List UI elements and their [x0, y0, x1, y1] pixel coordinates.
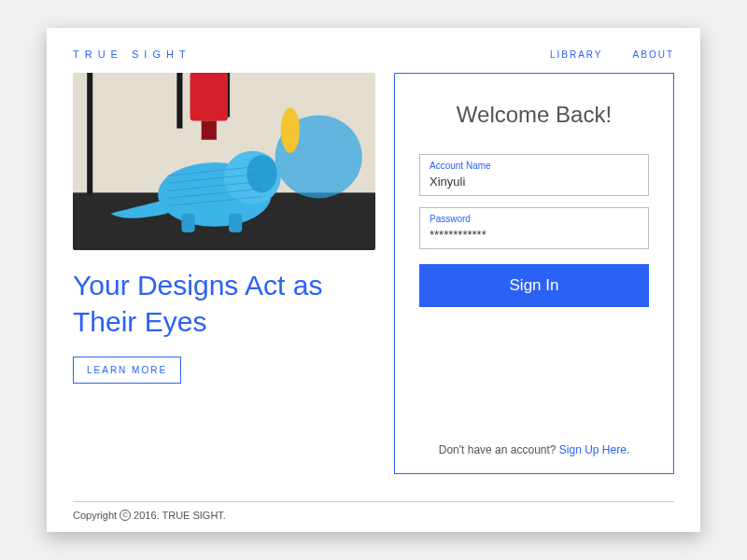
login-section: Welcome Back! Account Name Password Sign… [394, 73, 674, 488]
signup-link[interactable]: Sign Up Here [559, 443, 627, 456]
svg-rect-12 [181, 214, 194, 232]
account-field-wrapper[interactable]: Account Name [419, 154, 649, 196]
svg-rect-13 [229, 214, 242, 232]
hero-section: Your Designs Act as Their Eyes LEARN MOR… [73, 73, 375, 488]
login-box: Welcome Back! Account Name Password Sign… [394, 73, 674, 474]
signup-row: Don't have an account? Sign Up Here. [439, 443, 629, 456]
svg-point-8 [281, 107, 300, 153]
header: TRUE SIGHT LIBRARY ABOUT [73, 49, 674, 60]
hero-headline: Your Designs Act as Their Eyes [73, 267, 375, 340]
no-account-text: Don't have an account? [439, 443, 559, 456]
account-label: Account Name [430, 161, 639, 171]
learn-more-button[interactable]: LEARN MORE [73, 357, 181, 384]
svg-rect-5 [190, 73, 229, 120]
signup-period: . [627, 443, 629, 456]
copyright-icon: C [120, 510, 131, 521]
nav: LIBRARY ABOUT [550, 49, 674, 60]
brand-logo: TRUE SIGHT [73, 49, 191, 60]
copyright-post: 2016. TRUE SIGHT. [134, 510, 226, 521]
signin-button[interactable]: Sign In [419, 264, 649, 307]
nav-library[interactable]: LIBRARY [550, 49, 603, 60]
password-field-wrapper[interactable]: Password [419, 207, 649, 249]
hero-image [73, 73, 375, 250]
copyright-pre: Copyright [73, 510, 117, 521]
welcome-title: Welcome Back! [457, 102, 612, 128]
svg-rect-3 [176, 73, 182, 129]
svg-rect-2 [87, 73, 92, 194]
password-input[interactable] [430, 228, 639, 242]
password-label: Password [430, 214, 639, 224]
svg-rect-6 [202, 120, 217, 139]
app-card: TRUE SIGHT LIBRARY ABOUT [47, 28, 700, 532]
footer: Copyright C 2016. TRUE SIGHT. [73, 501, 674, 521]
nav-about[interactable]: ABOUT [633, 49, 674, 60]
main: Your Designs Act as Their Eyes LEARN MOR… [73, 73, 674, 488]
account-input[interactable] [430, 175, 639, 189]
